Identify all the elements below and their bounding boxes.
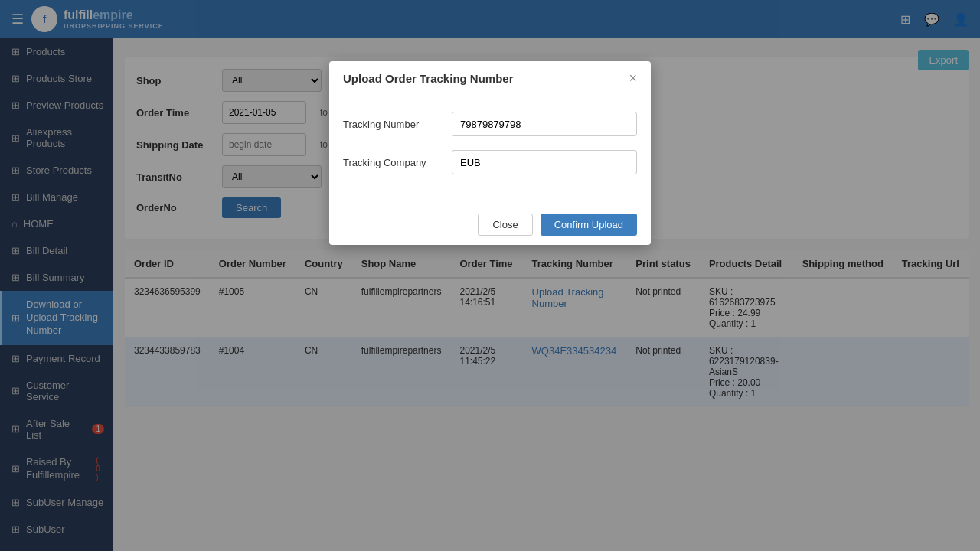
modal-header: Upload Order Tracking Number ×: [329, 61, 651, 96]
tracking-company-label: Tracking Company: [343, 157, 443, 168]
modal-close-icon[interactable]: ×: [629, 70, 637, 86]
tracking-number-field: Tracking Number: [343, 112, 637, 136]
tracking-number-input[interactable]: [452, 112, 637, 136]
tracking-company-input[interactable]: [452, 150, 637, 174]
modal-title: Upload Order Tracking Number: [343, 72, 514, 85]
tracking-number-label: Tracking Number: [343, 119, 443, 130]
modal-body: Tracking Number Tracking Company: [329, 96, 651, 204]
tracking-company-field: Tracking Company: [343, 150, 637, 174]
modal-confirm-button[interactable]: Confirm Upload: [541, 214, 637, 236]
modal-footer: Close Confirm Upload: [329, 204, 651, 245]
modal-overlay: Upload Order Tracking Number × Tracking …: [0, 0, 980, 551]
upload-tracking-modal: Upload Order Tracking Number × Tracking …: [329, 61, 651, 245]
modal-close-button[interactable]: Close: [478, 214, 532, 236]
